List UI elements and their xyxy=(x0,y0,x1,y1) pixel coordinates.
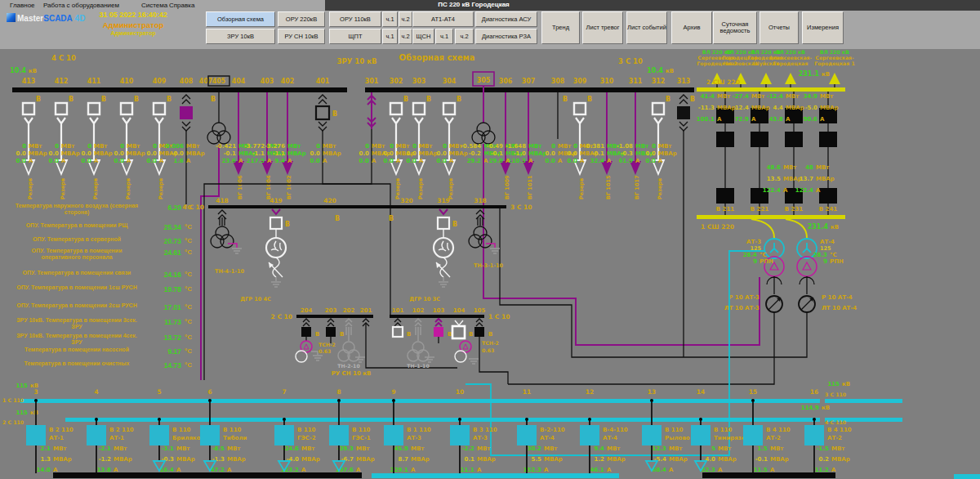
nav-button-tall-6[interactable]: Отчеты xyxy=(760,11,799,44)
breaker-220[interactable] xyxy=(819,188,837,204)
breaker-110[interactable] xyxy=(26,425,46,445)
breaker-10kv[interactable] xyxy=(393,327,403,337)
breaker-open[interactable] xyxy=(88,103,100,114)
value-number: 13.7 xyxy=(800,176,813,182)
breaker-open[interactable] xyxy=(653,103,664,114)
breaker-open[interactable] xyxy=(154,103,165,114)
nav-button-r1-3[interactable]: ОРУ 110кВ xyxy=(329,11,381,27)
breaker-open[interactable] xyxy=(270,217,282,229)
nav-button-r2-3[interactable]: ЩПТ xyxy=(329,29,381,44)
breaker-110[interactable] xyxy=(804,425,824,445)
star-icon xyxy=(803,243,811,253)
autotransformer-at4[interactable]: АТ-412528.3°С9РПНР 10 АТ-4ЛТ 10 АТ-4 xyxy=(797,239,857,312)
breaker-letter: В xyxy=(36,96,41,103)
breaker-110[interactable] xyxy=(274,425,294,445)
bay-name: ГЭС-2 xyxy=(297,435,316,441)
nav-button-tall-5[interactable]: Суточная ведомость xyxy=(713,11,757,44)
breaker-open[interactable] xyxy=(574,103,586,114)
coupler-route xyxy=(323,131,390,315)
value-number: 0 xyxy=(55,143,59,150)
nav-button-r1-4[interactable]: ч.1 xyxy=(382,11,398,27)
breaker-open-black[interactable] xyxy=(316,106,329,119)
nav-button-r1-2[interactable]: ОРУ 220кВ xyxy=(278,11,325,27)
autotransformer-at3[interactable]: АТ-312528.4°С9РПНР 10 АТ-3ЛТ 10 АТ-3 xyxy=(724,239,784,312)
temperature-label: ОПУ. Температура в помещении РЩ xyxy=(15,222,139,229)
disconnector-220[interactable] xyxy=(751,132,768,147)
value-unit: А xyxy=(159,158,164,164)
nav-button-r1-5[interactable]: ч.2 xyxy=(399,11,412,27)
nav-button-r2-8[interactable]: ч.2 xyxy=(455,29,474,44)
at2-bus-stub xyxy=(702,472,835,478)
nav-button-r2-2[interactable]: РУ СН 10кВ xyxy=(278,29,325,44)
nav-button-r2-7[interactable]: ч.1 xyxy=(435,29,453,44)
nav-button-r1-7[interactable]: Диагностика АСУ xyxy=(475,11,537,27)
breaker-10kv[interactable] xyxy=(474,327,484,337)
menu-item-3[interactable]: Система xyxy=(141,2,167,9)
nav-button-r2-6[interactable]: ЩСН xyxy=(412,29,434,44)
value-unit: А xyxy=(301,467,306,473)
breaker-open[interactable] xyxy=(56,103,67,114)
breaker-open[interactable] xyxy=(438,217,449,229)
breaker-10kv[interactable] xyxy=(326,327,336,337)
value-unit: А xyxy=(607,158,612,164)
menu-item-2[interactable]: Работа с оборудованием xyxy=(43,2,119,9)
value-number: 0 xyxy=(365,143,369,150)
bus-label: 1 С 110 xyxy=(2,397,24,403)
breaker-10kv[interactable] xyxy=(434,327,443,337)
breaker-open[interactable] xyxy=(413,103,425,114)
breaker-closed-black[interactable] xyxy=(677,106,690,119)
bay-number: 6 xyxy=(207,388,212,396)
nav-button-r2-9[interactable]: Диагностика РЗА xyxy=(475,29,537,44)
breaker-open[interactable] xyxy=(23,103,34,114)
nav-button-r2-4[interactable]: ч.1 xyxy=(382,29,398,44)
value-number: 0.0 xyxy=(82,158,92,164)
breaker-closed-purple[interactable] xyxy=(180,106,193,119)
value-unit: МВАр xyxy=(227,456,246,463)
breaker-110[interactable] xyxy=(384,425,403,445)
nav-button-tall-3[interactable]: Лист событий xyxy=(626,11,667,44)
value-number: 122.4 xyxy=(795,187,813,194)
nav-button-r1-1[interactable]: Обзорная схема xyxy=(206,11,275,27)
feeder-tag: Резерв xyxy=(417,178,424,199)
value-number: 8.7 xyxy=(399,456,409,463)
disconnector-220[interactable] xyxy=(716,132,734,147)
nav-button-tall-2[interactable]: Лист тревог xyxy=(582,11,623,44)
value-unit: МВт xyxy=(669,445,683,452)
value-unit: МВАр xyxy=(669,456,688,463)
nav-button-r2-1[interactable]: ЗРУ 10кВ xyxy=(206,29,275,44)
breaker-110[interactable] xyxy=(691,425,710,445)
breaker-letter: В xyxy=(167,96,172,103)
breaker-110[interactable] xyxy=(743,425,763,445)
value-number: 11.1 xyxy=(461,467,474,473)
breaker-110[interactable] xyxy=(149,425,169,445)
value-unit: МВт xyxy=(227,445,241,452)
disconnector-220[interactable] xyxy=(785,132,803,147)
nav-button-tall-1[interactable]: Тренд xyxy=(541,11,580,44)
value-unit: кВ xyxy=(822,405,830,411)
disconnector-220[interactable] xyxy=(819,132,837,147)
feeder-309: 309В0МВт0.0МВАр0.0АРезерв xyxy=(568,78,599,199)
dgr-label: ДГР 10 3С xyxy=(409,296,440,302)
nav-button-r2-5[interactable]: ч.2 xyxy=(399,29,412,44)
menu-item-1[interactable]: Главное xyxy=(10,2,35,9)
value-number: -0.1 xyxy=(491,150,503,157)
menu-item-4[interactable]: Справка xyxy=(169,2,194,9)
nav-button-r1-6[interactable]: АТ1-АТ4 xyxy=(412,11,474,27)
nav-button-tall-7[interactable]: Измерения xyxy=(802,11,844,44)
breaker-110[interactable] xyxy=(329,425,349,445)
breaker-open[interactable] xyxy=(390,103,402,114)
breaker-110[interactable] xyxy=(517,425,537,445)
breaker-10kv[interactable] xyxy=(301,327,311,337)
breaker-220[interactable] xyxy=(716,188,734,204)
value-number: 28.4 xyxy=(743,252,757,258)
breaker-110[interactable] xyxy=(580,425,599,445)
breaker-open[interactable] xyxy=(121,103,132,114)
nav-button-tall-4[interactable]: Архив xyxy=(671,11,712,44)
breaker-110[interactable] xyxy=(87,425,106,445)
feeder-number: 404 xyxy=(232,78,246,85)
breaker-110[interactable] xyxy=(450,425,470,445)
breaker-110[interactable] xyxy=(642,425,662,445)
breaker-open[interactable] xyxy=(443,103,455,114)
breaker-110[interactable] xyxy=(200,425,220,445)
breaker-open[interactable] xyxy=(452,326,465,338)
